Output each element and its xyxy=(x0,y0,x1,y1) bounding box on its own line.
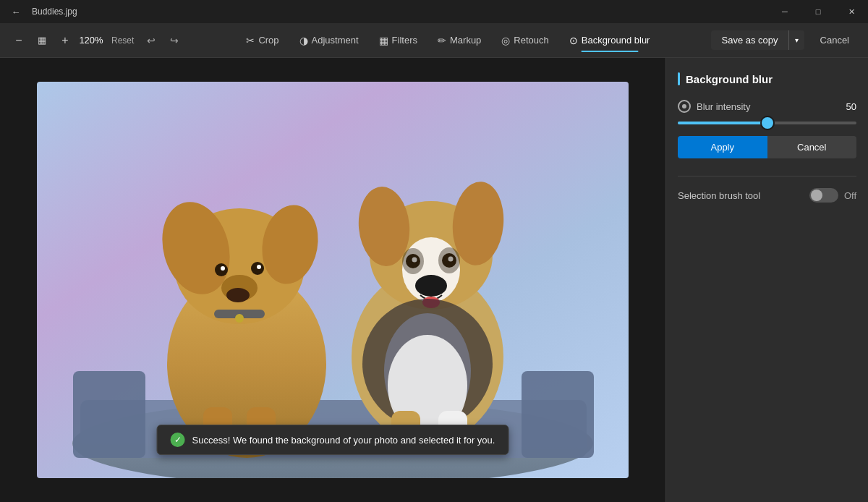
minimize-icon: ─ xyxy=(782,7,788,16)
selection-brush-label: Selection brush tool xyxy=(678,190,760,201)
maximize-button[interactable]: □ xyxy=(801,0,835,23)
back-button[interactable]: ← xyxy=(6,1,26,22)
redo-icon: ↪ xyxy=(170,35,179,46)
photo-image xyxy=(37,82,629,478)
maximize-icon: □ xyxy=(816,7,821,16)
filters-icon: ▦ xyxy=(379,35,388,46)
zoom-out-button[interactable]: − xyxy=(9,30,29,51)
retouch-label: Retouch xyxy=(514,35,548,46)
crop-label: Crop xyxy=(258,35,278,46)
svg-point-17 xyxy=(235,314,244,323)
zoom-out-icon: − xyxy=(15,34,22,47)
blur-slider-fill xyxy=(678,122,767,124)
titlebar: ← Buddies.jpg ─ □ ✕ xyxy=(0,0,868,23)
adjustment-tool-button[interactable]: ◑ Adjustment xyxy=(292,30,366,51)
save-dropdown-button[interactable]: ▾ xyxy=(788,30,804,50)
close-icon: ✕ xyxy=(848,7,855,17)
blur-slider-thumb[interactable] xyxy=(762,117,773,129)
zoom-level: 120% xyxy=(78,35,104,46)
apply-button[interactable]: Apply xyxy=(678,136,767,158)
close-button[interactable]: ✕ xyxy=(835,0,868,23)
reset-button[interactable]: Reset xyxy=(107,33,138,48)
toolbar-right: Save as copy ▾ Cancel xyxy=(711,30,859,50)
blur-intensity-label: Blur intensity xyxy=(697,101,841,112)
blur-slider-container xyxy=(678,122,856,124)
toolbar-center: ✂ Crop ◑ Adjustment ▦ Filters ✏ Markup ◎… xyxy=(187,30,708,51)
background-blur-icon: ⊙ xyxy=(569,35,578,46)
svg-point-14 xyxy=(221,266,225,271)
right-panel: Background blur Blur intensity 50 Apply … xyxy=(665,58,868,502)
toolbar: − ▦ + 120% Reset ↩ ↪ ✂ Crop ◑ Adjustment… xyxy=(0,23,868,58)
toggle-group: Off xyxy=(809,188,856,203)
titlebar-left: ← Buddies.jpg xyxy=(6,1,77,22)
markup-icon: ✏ xyxy=(438,35,446,46)
blur-intensity-value: 50 xyxy=(846,101,856,112)
success-toast: ✓ Success! We found the background of yo… xyxy=(157,425,509,455)
panel-title-accent xyxy=(678,72,680,85)
filters-tool-button[interactable]: ▦ Filters xyxy=(372,30,425,51)
toggle-knob xyxy=(811,190,822,201)
titlebar-controls: ─ □ ✕ xyxy=(768,0,868,23)
markup-label: Markup xyxy=(450,35,481,46)
svg-rect-5 xyxy=(522,371,594,458)
crop-icon: ✂ xyxy=(246,35,255,46)
selection-brush-toggle[interactable] xyxy=(809,188,838,203)
blur-slider-track xyxy=(678,122,856,124)
undo-button[interactable]: ↩ xyxy=(141,30,161,51)
svg-rect-4 xyxy=(73,371,145,458)
filters-label: Filters xyxy=(392,35,417,46)
svg-point-11 xyxy=(226,288,250,302)
panel-divider xyxy=(678,176,856,176)
undo-icon: ↩ xyxy=(147,35,156,46)
svg-point-15 xyxy=(257,265,261,269)
canvas-area: ✓ Success! We found the background of yo… xyxy=(0,58,665,502)
crop-tool-button[interactable]: ✂ Crop xyxy=(239,30,286,51)
selection-brush-row: Selection brush tool Off xyxy=(678,188,856,203)
toast-success-icon: ✓ xyxy=(171,433,185,447)
adjustment-icon: ◑ xyxy=(299,35,308,46)
blur-intensity-icon xyxy=(678,100,691,113)
zoom-fit-button[interactable]: ▦ xyxy=(32,30,52,51)
zoom-in-button[interactable]: + xyxy=(55,30,75,51)
main-area: ✓ Success! We found the background of yo… xyxy=(0,58,868,502)
adjustment-label: Adjustment xyxy=(312,35,359,46)
retouch-icon: ◎ xyxy=(501,35,510,46)
background-blur-tool-button[interactable]: ⊙ Background blur xyxy=(562,30,658,51)
cancel-toolbar-button[interactable]: Cancel xyxy=(810,30,859,50)
retouch-tool-button[interactable]: ◎ Retouch xyxy=(494,30,556,51)
panel-title-text: Background blur xyxy=(686,73,773,85)
blur-intensity-row: Blur intensity 50 xyxy=(678,100,856,113)
save-button-group: Save as copy ▾ xyxy=(711,30,804,50)
toolbar-left: − ▦ + 120% Reset ↩ ↪ xyxy=(9,30,184,51)
svg-point-26 xyxy=(415,275,447,297)
save-button[interactable]: Save as copy xyxy=(711,30,788,50)
redo-button[interactable]: ↪ xyxy=(164,30,184,51)
photo-container[interactable]: ✓ Success! We found the background of yo… xyxy=(37,82,629,478)
background-blur-label: Background blur xyxy=(582,35,650,46)
panel-title: Background blur xyxy=(678,72,856,85)
zoom-in-icon: + xyxy=(61,34,68,47)
svg-point-33 xyxy=(438,247,460,273)
toast-message: Success! We found the background of your… xyxy=(192,435,495,446)
toggle-state-label: Off xyxy=(844,190,856,201)
titlebar-filename: Buddies.jpg xyxy=(32,7,77,17)
zoom-fit-icon: ▦ xyxy=(38,35,46,46)
cancel-panel-button[interactable]: Cancel xyxy=(767,136,857,158)
back-icon: ← xyxy=(12,7,21,17)
svg-point-32 xyxy=(402,248,424,274)
minimize-button[interactable]: ─ xyxy=(768,0,801,23)
panel-actions: Apply Cancel xyxy=(678,136,856,158)
markup-tool-button[interactable]: ✏ Markup xyxy=(430,30,488,51)
